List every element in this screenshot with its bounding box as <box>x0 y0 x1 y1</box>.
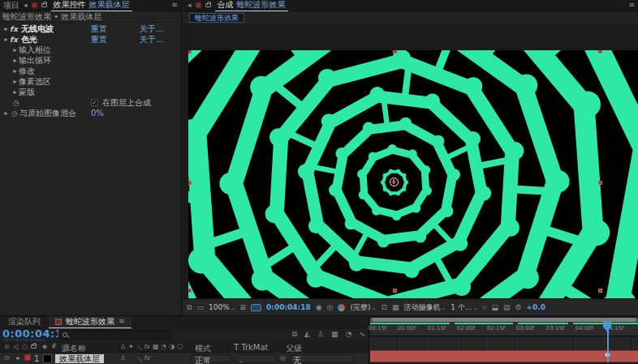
pickwhip-icon[interactable]: ◎ <box>280 354 286 362</box>
composition-canvas[interactable] <box>188 50 638 298</box>
timeline-button-icon[interactable]: ▤ <box>503 304 511 311</box>
panel-menu-icon[interactable]: ≡ <box>171 2 178 9</box>
frame-blend-icon[interactable]: ▦ <box>331 330 338 339</box>
layer-fx-icon[interactable]: fx <box>144 354 150 362</box>
draft-3d-icon[interactable]: ◭ <box>304 330 310 339</box>
layer-handle-bottom-center[interactable] <box>393 289 397 293</box>
effect-row-colorama[interactable]: ▸ fx 色光 重置 关于... <box>0 34 181 45</box>
about-link[interactable]: 关于... <box>140 34 164 45</box>
mask-visibility-toggle-icon[interactable] <box>251 304 261 311</box>
mini-flowchart-icon[interactable]: ⧉ <box>292 330 297 339</box>
twirl-icon[interactable]: ▸ <box>11 88 19 96</box>
layer-handle-mid-right[interactable] <box>598 181 602 185</box>
effect-controls-breadcrumb: 蝰蛇波形效果 • 效果载体层 <box>0 11 181 23</box>
comp-color-swatch-icon <box>32 2 37 8</box>
layer-handle-top-center[interactable] <box>393 50 397 54</box>
snapshot-icon[interactable]: ◉ <box>316 304 322 311</box>
layer-eye-icon[interactable]: ⊙ <box>4 354 10 362</box>
layer-quality-icon[interactable]: ＼ <box>136 354 143 363</box>
effect-row-radio-waves[interactable]: ▸ fx 无线电波 重置 关于... <box>0 24 181 34</box>
pixel-aspect-icon[interactable]: ⌗ <box>482 304 486 311</box>
timeline-search-input[interactable] <box>58 330 172 340</box>
viewer-content[interactable] <box>183 24 638 298</box>
viewer-timecode[interactable]: 0:00:04:18 <box>266 303 311 311</box>
effect-center-point[interactable] <box>390 178 399 186</box>
fx-badge-icon[interactable]: fx <box>10 25 21 33</box>
blend-mode-select[interactable]: 正常 ⌄ <box>192 354 231 363</box>
lock-column-icon <box>31 345 37 349</box>
fast-previews-icon[interactable]: ⬓ <box>491 304 498 311</box>
panel-menu-icon[interactable]: ≡ <box>628 2 635 9</box>
layer-handle-bottom-right[interactable] <box>598 289 602 293</box>
viewer-toolbar: ⧉ ▭ 100%⌄ ⊞ 0:00:04:18 ◉ ◎ (完整)⌄ ⊡ ▦ 活动摄… <box>183 298 638 315</box>
twirl-icon[interactable]: ▸ <box>2 25 10 32</box>
ruler-label: 00:15f <box>369 325 387 332</box>
layer-handle-mid-left[interactable] <box>188 181 192 185</box>
twirl-icon[interactable]: ▸ <box>11 57 19 64</box>
hide-shy-icon[interactable]: ♙ <box>317 330 324 339</box>
panel-chevron-icon[interactable]: ◂ <box>24 2 28 9</box>
transparency-grid-icon[interactable]: ▦ <box>392 304 399 311</box>
composite-checkbox[interactable]: ✓ <box>91 99 98 106</box>
show-snapshot-icon[interactable]: ◎ <box>327 304 334 311</box>
tab-project[interactable]: 项目 <box>3 0 19 11</box>
comp-navigator-button[interactable]: 蝰蛇波形效果 <box>189 13 244 23</box>
twirl-icon[interactable]: ▸ <box>11 46 19 54</box>
property-row-modify[interactable]: ▸ 修改 <box>0 66 181 76</box>
resolution-select[interactable]: (完整)⌄ <box>350 302 376 313</box>
layer-row[interactable]: ⊙ ▸ 1 效果载体层 ♙ ＼ fx 正常 ⌄ ⌄ ◎ 无 ⌄ <box>0 353 369 364</box>
reset-link[interactable]: 重置 <box>91 34 107 45</box>
layer-twirl-icon[interactable]: ▸ <box>15 354 22 362</box>
show-channels-icon[interactable] <box>338 304 345 311</box>
lock-icon[interactable] <box>41 3 47 7</box>
layer-handle-top-right[interactable] <box>598 50 602 54</box>
layer-name[interactable]: 效果载体层 <box>55 354 104 363</box>
reset-link[interactable]: 重置 <box>91 24 107 35</box>
magnification-select[interactable]: 100%⌄ <box>209 303 235 311</box>
property-row-masks[interactable]: ▸ 蒙版 <box>0 87 181 97</box>
twirl-icon[interactable]: ▸ <box>11 67 19 75</box>
region-of-interest-icon[interactable]: ⊡ <box>381 304 387 311</box>
tab-render-queue[interactable]: 渲染队列 <box>0 316 49 328</box>
comp-flowchart-icon[interactable]: ⚙ <box>515 304 521 311</box>
layer-handle-top-left[interactable] <box>188 50 192 54</box>
tab-effect-controls-layer: 效果载体层 <box>89 0 130 11</box>
track-background <box>370 337 638 350</box>
view-layout-select[interactable]: 1 个...⌄ <box>450 302 477 313</box>
panel-menu-icon[interactable]: ≡ <box>119 318 125 325</box>
chevron-down-icon: ⌄ <box>372 305 377 311</box>
blend-value[interactable]: 0% <box>91 109 104 118</box>
about-link[interactable]: 关于... <box>140 24 164 35</box>
layer-duration-bar[interactable] <box>370 350 638 362</box>
twirl-icon[interactable]: ▸ <box>2 109 10 117</box>
label-column-icon: ◈ <box>42 343 47 350</box>
tab-composition[interactable]: 合成 蝰蛇波形效果 <box>215 0 288 11</box>
monitor-icon[interactable]: ▭ <box>196 304 204 311</box>
layer-handle-bottom-left[interactable] <box>188 289 192 293</box>
property-row-pixel-selection[interactable]: ▸ 像素选区 <box>0 76 181 87</box>
fx-badge-icon[interactable]: fx <box>10 36 21 44</box>
active-camera-select[interactable]: 活动摄像机⌄ <box>403 302 446 313</box>
tab-effect-controls[interactable]: 效果控件 效果载体层 <box>51 0 132 11</box>
stopwatch-icon[interactable]: ◷ <box>11 99 21 107</box>
column-trkmat[interactable]: T TrkMat <box>234 343 269 352</box>
view-options-icon[interactable]: ⧉ <box>187 304 192 311</box>
parent-select[interactable]: 无 ⌄ <box>290 354 355 363</box>
tab-timeline-comp[interactable]: 蝰蛇波形效果 ≡ <box>49 316 131 328</box>
layer-shy-icon[interactable]: ♙ <box>120 354 126 362</box>
graph-editor-icon[interactable]: ∿ <box>359 330 365 339</box>
twirl-icon[interactable]: ▸ <box>2 36 10 43</box>
resolution-value: (完整) <box>350 303 370 311</box>
motion-blur-icon[interactable]: ◔ <box>346 330 352 339</box>
layer-label-swatch[interactable] <box>24 354 31 361</box>
grid-guides-icon[interactable]: ⊞ <box>240 304 247 311</box>
property-row-input-phase[interactable]: ▸ 输入相位 <box>0 45 181 55</box>
property-row-output-cycle[interactable]: ▸ 输出循环 <box>0 55 181 66</box>
exposure-value[interactable]: +0.0 <box>527 303 545 311</box>
trkmat-select[interactable]: ⌄ <box>235 354 276 363</box>
lock-icon[interactable] <box>205 3 211 7</box>
quality-column-icon: ＼ <box>136 343 143 352</box>
panel-chevron-icon[interactable]: ◂ <box>188 2 192 9</box>
twirl-icon[interactable]: ▸ <box>11 78 19 85</box>
stopwatch-icon[interactable]: ◷ <box>10 109 19 118</box>
